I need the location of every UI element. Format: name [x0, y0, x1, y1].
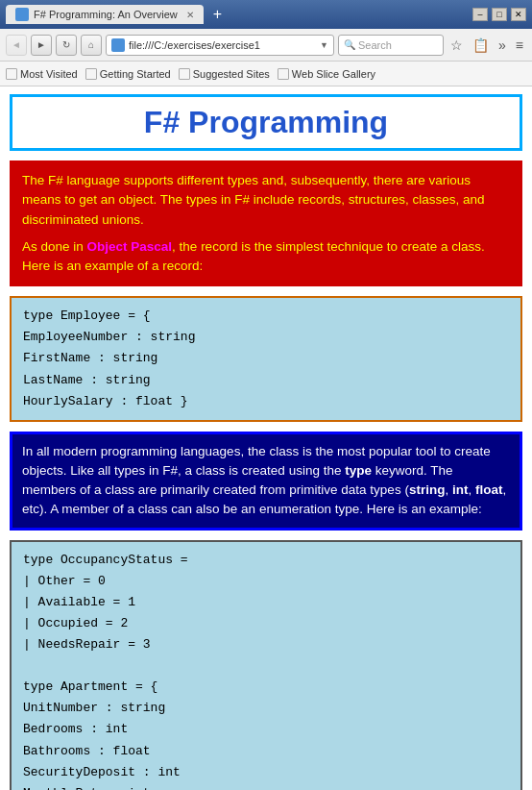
bookmark-label-4: Web Slice Gallery	[292, 68, 375, 80]
address-favicon	[111, 38, 125, 52]
bookmark-icon-2	[85, 68, 97, 80]
red-section: The F# language supports different types…	[10, 160, 522, 286]
code1-line1: type Employee = {	[23, 306, 509, 327]
navigation-bar: ◄ ► ↻ ⌂ file:///C:/exercises/exercise1 ▼…	[0, 29, 532, 62]
window-chrome: F# Programming: An Overview ✕ + – □ ✕	[0, 0, 532, 29]
code1-line4: LastName : string	[23, 370, 509, 391]
active-tab[interactable]: F# Programming: An Overview ✕	[6, 5, 204, 24]
tab-favicon	[15, 8, 29, 21]
bookmark-suggested-sites[interactable]: Suggested Sites	[179, 68, 270, 80]
address-bar[interactable]: file:///C:/exercises/exercise1 ▼	[106, 35, 334, 56]
code2-line10: Bathrooms : float	[23, 741, 509, 762]
code1-line3: FirstName : string	[23, 348, 509, 369]
bookmark-most-visited[interactable]: Most Visited	[6, 68, 78, 80]
home-button[interactable]: ⌂	[81, 35, 102, 56]
red-paragraph-2: As done in Object Pascal, the record is …	[22, 237, 510, 277]
search-icon: 🔍	[344, 39, 355, 50]
address-dropdown-icon[interactable]: ▼	[320, 40, 328, 50]
blue-comma1: ,	[445, 482, 452, 497]
tab-close-button[interactable]: ✕	[186, 10, 194, 20]
page-title-box: F# Programming	[10, 94, 522, 151]
blue-type-keyword: type	[345, 463, 372, 478]
search-box[interactable]: 🔍 Search	[338, 35, 444, 56]
bookmark-label-2: Getting Started	[100, 68, 171, 80]
code2-line5: | NeedsRepair = 3	[23, 634, 509, 655]
blue-string-kw: string	[409, 482, 446, 497]
blue-section: In all modern programming languages, the…	[10, 432, 522, 531]
bookmark-label-1: Most Visited	[20, 68, 78, 80]
bookmark-icon-4	[278, 68, 289, 80]
code1-line2: EmployeeNumber : string	[23, 327, 509, 348]
bookmark-label-3: Suggested Sites	[193, 68, 270, 80]
forward-button[interactable]: ►	[31, 35, 52, 56]
code2-line9: Bedrooms : int	[23, 719, 509, 740]
menu-icon[interactable]: ≡	[513, 37, 526, 53]
red-para2-prefix: As done in	[22, 239, 87, 254]
red-paragraph-1: The F# language supports different types…	[22, 171, 510, 230]
pin-icon[interactable]: 📋	[470, 37, 492, 53]
new-tab-button[interactable]: +	[209, 6, 226, 23]
maximize-button[interactable]: □	[492, 8, 507, 21]
code2-line1: type OccupancyStatus =	[23, 550, 509, 571]
code2-line6	[23, 655, 509, 677]
refresh-button[interactable]: ↻	[56, 35, 77, 56]
bookmark-icon-3	[179, 68, 190, 80]
blue-comma2: ,	[468, 482, 475, 497]
code2-line7: type Apartment = {	[23, 677, 509, 698]
tools-more-icon[interactable]: »	[496, 37, 509, 53]
code2-line4: | Occupied = 2	[23, 613, 509, 634]
close-button[interactable]: ✕	[511, 8, 526, 21]
favorites-star-icon[interactable]: ☆	[447, 37, 466, 53]
bookmark-icon-1	[6, 68, 17, 80]
object-pascal-highlight: Object Pascal	[87, 239, 173, 254]
back-button[interactable]: ◄	[6, 35, 27, 56]
blue-float-kw: float	[475, 482, 503, 497]
window-title-area: F# Programming: An Overview ✕ +	[6, 5, 472, 24]
window-controls: – □ ✕	[472, 8, 526, 21]
blue-int-kw: int	[452, 482, 469, 497]
code2-line3: | Available = 1	[23, 592, 509, 613]
code2-line8: UnitNumber : string	[23, 698, 509, 719]
code2-line11: SecurityDeposit : int	[23, 762, 509, 783]
bookmark-web-slice-gallery[interactable]: Web Slice Gallery	[278, 68, 375, 80]
code2-line12: MonthlyRate : int	[23, 783, 509, 790]
code-box-1: type Employee = { EmployeeNumber : strin…	[10, 296, 522, 421]
code1-line5: HourlySalary : float }	[23, 391, 509, 412]
bookmark-getting-started[interactable]: Getting Started	[85, 68, 171, 80]
bookmarks-bar: Most Visited Getting Started Suggested S…	[0, 62, 532, 86]
code-box-2: type OccupancyStatus = | Other = 0 | Ava…	[10, 540, 522, 790]
search-input[interactable]: Search	[358, 39, 392, 51]
page-title: F# Programming	[20, 105, 512, 140]
page-content: F# Programming The F# language supports …	[0, 86, 532, 790]
minimize-button[interactable]: –	[472, 8, 488, 21]
address-text: file:///C:/exercises/exercise1	[129, 39, 316, 51]
code2-line2: | Other = 0	[23, 571, 509, 592]
tab-title: F# Programming: An Overview	[34, 9, 178, 20]
